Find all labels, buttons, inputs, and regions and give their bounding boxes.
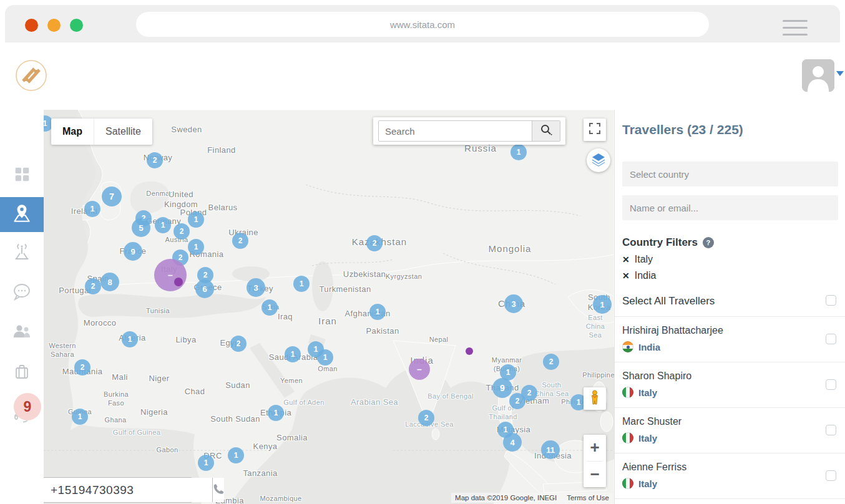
- select-all-label: Select All Travellers: [622, 295, 715, 307]
- map-cluster[interactable]: 1: [122, 331, 138, 347]
- select-country-input[interactable]: [622, 162, 838, 187]
- traveller-row[interactable]: Hrishiraj BhattacharjeeIndia: [615, 316, 845, 362]
- search-button[interactable]: [532, 121, 560, 141]
- window-close-button[interactable]: [25, 19, 38, 32]
- map-canvas[interactable]: IcelandSwedenFinlandNorwayDenmarkUnited …: [44, 110, 614, 504]
- traveller-row[interactable]: Aienne FerrissItaly: [615, 453, 845, 498]
- name-email-search-input[interactable]: [622, 195, 838, 220]
- country-filter-label: India: [635, 270, 657, 281]
- map-type-control: Map Satellite: [51, 119, 152, 145]
- zoom-control: + −: [584, 435, 606, 487]
- map-cluster[interactable]: 9: [124, 242, 142, 261]
- pegman-button[interactable]: [584, 387, 606, 410]
- zoom-in-button[interactable]: +: [584, 435, 606, 461]
- help-icon[interactable]: ?: [703, 237, 714, 248]
- sitata-logo-icon[interactable]: [15, 59, 47, 92]
- map-search-input[interactable]: [379, 121, 532, 141]
- traveller-checkbox[interactable]: [826, 425, 836, 435]
- traveller-checkbox[interactable]: [826, 379, 836, 390]
- map-cluster[interactable]: 2: [543, 354, 559, 370]
- attribution-text: Map data ©2019 Google, INEGI: [455, 494, 557, 502]
- map-cluster[interactable]: 1: [285, 346, 301, 362]
- map-type-satellite-button[interactable]: Satellite: [94, 119, 152, 145]
- traveller-country-label: Italy: [638, 433, 657, 443]
- map-cluster[interactable]: 1: [188, 239, 204, 255]
- map-cluster[interactable]: 2: [74, 359, 90, 376]
- sidebar: 9: [0, 110, 44, 504]
- map-cluster[interactable]: 2: [230, 336, 247, 352]
- map-cluster[interactable]: 1: [228, 447, 244, 463]
- window-minimize-button[interactable]: [47, 19, 61, 32]
- remove-filter-icon[interactable]: ✕: [622, 271, 630, 281]
- layers-button[interactable]: [587, 148, 610, 172]
- traveller-checkbox[interactable]: [826, 470, 836, 481]
- phone-input[interactable]: [44, 478, 212, 502]
- map-cluster[interactable]: 1: [369, 304, 386, 320]
- country-filters-list: ✕Italy✕India: [622, 254, 838, 281]
- map-cluster[interactable]: 7: [102, 187, 122, 206]
- map-cluster[interactable]: 11: [541, 440, 560, 459]
- map-cluster[interactable]: 2: [173, 223, 190, 240]
- country-filter-item: ✕Italy: [622, 254, 838, 265]
- map-cluster[interactable]: 2: [366, 235, 383, 251]
- menu-icon[interactable]: [783, 20, 808, 41]
- sidebar-item-trips[interactable]: [0, 356, 44, 390]
- map-cluster[interactable]: 2: [418, 410, 434, 426]
- map-search-box: [373, 117, 565, 145]
- map-cluster[interactable]: 2: [85, 278, 101, 294]
- select-all-checkbox[interactable]: [826, 295, 836, 306]
- map-cluster[interactable]: 2: [147, 152, 163, 168]
- sidebar-item-travellers[interactable]: [0, 315, 44, 350]
- panel-title: Travellers (23 / 225): [622, 122, 838, 137]
- traveller-name: Sharon Shapiro: [622, 371, 818, 382]
- zoom-out-button[interactable]: −: [584, 462, 606, 488]
- map-cluster[interactable]: 1: [84, 201, 100, 217]
- avatar[interactable]: [802, 59, 834, 92]
- map-cluster[interactable]: 9: [492, 378, 512, 398]
- map-cluster[interactable]: –: [154, 259, 187, 291]
- map-cluster[interactable]: 1: [593, 295, 612, 314]
- map-attribution: Map data ©2019 Google, INEGI Terms of Us…: [451, 493, 613, 503]
- call-button[interactable]: [212, 478, 224, 502]
- map-cluster[interactable]: 1: [261, 299, 278, 316]
- window-maximize-button[interactable]: [70, 19, 83, 32]
- url-text: www.sitata.com: [390, 19, 455, 30]
- sidebar-item-map[interactable]: [0, 197, 44, 232]
- map-marker-dot[interactable]: [174, 278, 183, 286]
- map-cluster[interactable]: 5: [132, 218, 150, 237]
- map-cluster[interactable]: 1: [72, 409, 88, 425]
- select-all-row: Select All Travellers: [622, 295, 838, 308]
- map-marker-dot[interactable]: [466, 347, 473, 355]
- sidebar-item-alerts[interactable]: [0, 236, 44, 271]
- sidebar-item-messages[interactable]: [0, 276, 44, 311]
- account-menu-caret-icon[interactable]: [836, 71, 844, 76]
- sidebar-item-dashboard[interactable]: [0, 158, 44, 193]
- traveller-country-label: Italy: [638, 387, 657, 398]
- traveller-name: Hrishiraj Bhattacharjee: [622, 325, 818, 336]
- remove-filter-icon[interactable]: ✕: [622, 254, 630, 264]
- map-cluster[interactable]: 1: [198, 455, 214, 471]
- map-cluster[interactable]: 6: [195, 279, 214, 298]
- map-cluster[interactable]: 3: [504, 294, 523, 313]
- map-cluster[interactable]: 1: [268, 405, 284, 421]
- fullscreen-button[interactable]: [584, 119, 606, 141]
- map-marker-icon: [11, 203, 32, 226]
- traveller-row[interactable]: Marc ShusterItaly: [615, 407, 845, 453]
- traveller-checkbox[interactable]: [826, 334, 836, 344]
- map-cluster[interactable]: 1: [510, 144, 527, 160]
- url-bar[interactable]: www.sitata.com: [136, 12, 709, 37]
- map-cluster[interactable]: –: [409, 359, 430, 380]
- traveller-row[interactable]: Sharon ShapiroItaly: [615, 362, 845, 407]
- map-cluster[interactable]: 4: [503, 433, 522, 452]
- map-cluster[interactable]: 1: [155, 217, 171, 233]
- map-cluster[interactable]: 3: [247, 278, 265, 297]
- map-cluster[interactable]: 1: [293, 276, 310, 292]
- map-cluster[interactable]: 2: [232, 233, 248, 249]
- map-cluster[interactable]: 1: [188, 211, 204, 228]
- map-type-map-button[interactable]: Map: [51, 119, 94, 145]
- traveller-row[interactable]: Eoin Phillips: [615, 498, 845, 504]
- map-cluster[interactable]: 2: [521, 385, 537, 401]
- map-cluster[interactable]: 1: [317, 349, 333, 366]
- map-cluster[interactable]: 8: [100, 273, 119, 291]
- terms-of-use-link[interactable]: Terms of Use: [567, 494, 609, 502]
